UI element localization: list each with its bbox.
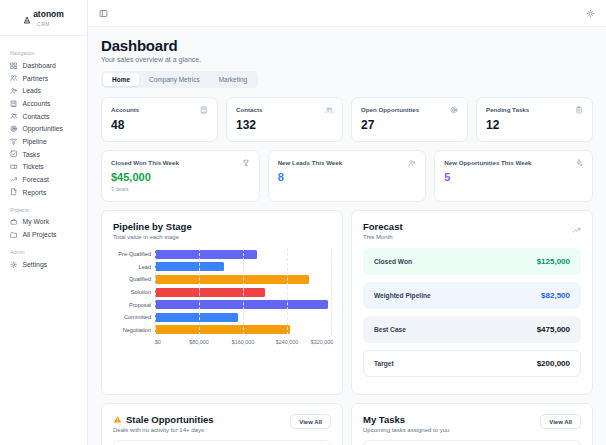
panel-left-icon[interactable]	[99, 4, 108, 22]
stat-card-value: 12	[486, 118, 583, 132]
week-card-header: Closed Won This Week	[111, 159, 250, 167]
stale-opportunity-row[interactable]: Acme Corp - Enterprise PlanAcme Corporat…	[113, 440, 331, 445]
tab-home[interactable]: Home	[103, 73, 139, 86]
forecast-row-best-case: Best Case$475,000	[363, 316, 581, 343]
chart-gridline	[287, 248, 288, 335]
sidebar-item-label: Tickets	[23, 163, 44, 170]
sidebar-item-label: Dashboard	[23, 62, 56, 69]
sidebar-item-pipeline[interactable]: Pipeline	[0, 135, 87, 148]
sidebar-item-my-work[interactable]: My Work	[0, 216, 87, 229]
sidebar-item-tickets[interactable]: Tickets	[0, 161, 87, 174]
forecast-row-value: $125,000	[537, 257, 570, 266]
sidebar-item-settings[interactable]: Settings	[0, 258, 87, 271]
chart-x-tick: $160,000	[232, 339, 254, 345]
forecast-row-weighted-pipeline: Weighted Pipeline$82,500	[363, 282, 581, 309]
partners-icon	[10, 74, 18, 82]
sun-icon[interactable]	[586, 4, 595, 22]
sidebar-item-reports[interactable]: Reports	[0, 186, 87, 199]
building-icon	[10, 100, 18, 108]
week-card-closed-won-this-week: Closed Won This Week$45,0003 deals	[101, 150, 260, 202]
user-plus-icon	[408, 159, 416, 167]
sidebar-item-label: Opportunities	[23, 125, 63, 132]
chart-gridline	[155, 248, 156, 335]
week-cards-row: Closed Won This Week$45,0003 dealsNew Le…	[101, 150, 593, 202]
stat-cards-row: Accounts48Contacts132Open Opportunities2…	[101, 97, 593, 142]
chart-x-axis: $0$80,000$160,000$240,000$320,000	[155, 339, 331, 349]
sidebar-item-dashboard[interactable]: Dashboard	[0, 59, 87, 72]
week-card-value: 5	[444, 171, 583, 183]
charts-row: Pipeline by Stage Total value in each st…	[101, 210, 593, 395]
sidebar-section-label: Admin	[10, 249, 77, 255]
forecast-title: Forecast	[363, 221, 403, 232]
sidebar-item-label: Pipeline	[23, 138, 47, 145]
sidebar-item-partners[interactable]: Partners	[0, 72, 87, 85]
tasks-list: Follow up with Acme CorpTomorrowPrepare …	[363, 440, 581, 445]
stat-card-header: Pending Tasks	[486, 106, 583, 114]
user-plus-icon	[10, 87, 18, 95]
clipboard-icon	[575, 106, 583, 114]
forecast-row-label: Target	[374, 360, 394, 367]
main-area: Dashboard Your sales overview at a glanc…	[88, 0, 606, 445]
chart-category-label: Solution	[113, 289, 155, 295]
stat-card-label: Accounts	[111, 106, 139, 113]
stale-view-all-button[interactable]: View All	[290, 414, 331, 429]
stat-card-value: 48	[111, 118, 208, 132]
chart-category-label: Negotiation	[113, 327, 155, 333]
sidebar-item-opportunities[interactable]: Opportunities	[0, 122, 87, 135]
warning-icon	[113, 415, 122, 424]
sidebar-section-label: Projects	[10, 207, 77, 213]
trophy-icon	[242, 159, 250, 167]
sidebar-item-contacts[interactable]: Contacts	[0, 110, 87, 123]
sidebar-item-label: My Work	[23, 218, 50, 225]
chart-x-tick: $320,000	[311, 339, 333, 345]
forecast-row-target: Target$200,000	[363, 350, 581, 377]
pipeline-chart-subtitle: Total value in each stage	[113, 234, 192, 240]
tab-marketing[interactable]: Marketing	[210, 73, 257, 86]
task-row[interactable]: Follow up with Acme CorpTomorrow	[363, 440, 581, 445]
sidebar-item-accounts[interactable]: Accounts	[0, 97, 87, 110]
sidebar-section-label: Navigation	[10, 50, 77, 56]
stat-card-value: 27	[361, 118, 458, 132]
stat-card-contacts: Contacts132	[226, 97, 343, 142]
topbar	[88, 0, 606, 27]
stale-title: Stale Opportunities	[126, 414, 214, 425]
tasks-view-all-button[interactable]: View All	[540, 414, 581, 429]
sidebar-item-tasks[interactable]: Tasks	[0, 148, 87, 161]
stale-opportunities-card: Stale Opportunities Deals with no activi…	[101, 403, 343, 445]
sidebar-item-label: Contacts	[23, 113, 50, 120]
funnel-icon	[10, 138, 18, 146]
folder-icon	[10, 231, 18, 239]
target-icon	[10, 125, 18, 133]
week-card-new-leads-this-week: New Leads This Week8	[268, 150, 427, 202]
sidebar-item-forecast[interactable]: Forecast	[0, 173, 87, 186]
sidebar-item-label: Tasks	[23, 151, 40, 158]
forecast-row-value: $475,000	[537, 325, 570, 334]
crm-app: atonom CRM NavigationDashboardPartnersLe…	[0, 0, 606, 445]
forecast-row-value: $200,000	[537, 359, 570, 368]
forecast-subtitle: This Month	[363, 234, 403, 240]
briefcase-icon	[10, 218, 18, 226]
stat-card-header: Contacts	[236, 106, 333, 114]
forecast-rows: Closed Won$125,000Weighted Pipeline$82,5…	[363, 248, 581, 377]
forecast-row-label: Closed Won	[374, 258, 412, 265]
stat-card-header: Accounts	[111, 106, 208, 114]
building-icon	[200, 106, 208, 114]
stat-card-open-opportunities: Open Opportunities27	[351, 97, 468, 142]
chart-x-tick: $240,000	[276, 339, 298, 345]
stale-opportunities-list: Acme Corp - Enterprise PlanAcme Corporat…	[113, 440, 331, 445]
ticket-icon	[10, 163, 18, 171]
week-card-value: 8	[278, 171, 417, 183]
sidebar-item-all-projects[interactable]: All Projects	[0, 228, 87, 241]
sidebar-item-leads[interactable]: Leads	[0, 84, 87, 97]
chart-x-tick: $80,000	[189, 339, 209, 345]
stat-card-accounts: Accounts48	[101, 97, 218, 142]
forecast-row-closed-won: Closed Won$125,000	[363, 248, 581, 275]
week-card-header: New Opportunities This Week	[444, 159, 583, 167]
chart-category-label: Pre-Qualified	[113, 251, 155, 257]
tab-company-metrics[interactable]: Company Metrics	[140, 73, 209, 86]
logo-text: atonom	[33, 9, 64, 19]
chart-gridlines	[155, 248, 331, 335]
sidebar-nav: NavigationDashboardPartnersLeadsAccounts…	[0, 36, 87, 277]
users-icon	[10, 112, 18, 120]
tasks-subtitle: Upcoming tasks assigned to you	[363, 427, 449, 433]
